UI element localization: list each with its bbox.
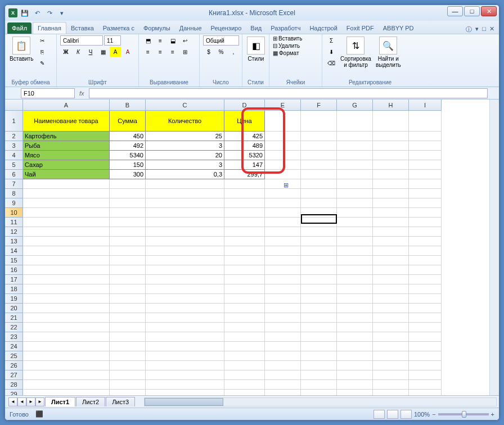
- cell[interactable]: [301, 380, 337, 390]
- cell[interactable]: [409, 313, 442, 323]
- cell[interactable]: [224, 284, 265, 294]
- cell[interactable]: [224, 256, 265, 265]
- row-header-23[interactable]: 23: [5, 332, 23, 342]
- tab-review[interactable]: Рецензиро: [206, 22, 246, 34]
- qa-undo-icon[interactable]: ↶: [32, 8, 42, 18]
- help-info-icon[interactable]: ⓘ: [466, 25, 472, 34]
- cell[interactable]: [265, 380, 301, 390]
- col-header-A[interactable]: A: [23, 100, 110, 111]
- cell[interactable]: [265, 141, 301, 151]
- cell[interactable]: [110, 256, 146, 265]
- row-header-27[interactable]: 27: [5, 370, 23, 380]
- cell[interactable]: [265, 351, 301, 361]
- cell[interactable]: [409, 361, 442, 370]
- cell[interactable]: [409, 246, 442, 256]
- cell[interactable]: [337, 179, 373, 189]
- cell[interactable]: [373, 246, 409, 256]
- col-header-I[interactable]: I: [409, 100, 442, 111]
- cell[interactable]: [373, 208, 409, 218]
- cell[interactable]: 492: [110, 141, 146, 151]
- doc-min-icon[interactable]: □: [482, 25, 486, 34]
- cell[interactable]: [265, 342, 301, 351]
- cell[interactable]: [224, 198, 265, 208]
- cell[interactable]: [373, 227, 409, 237]
- qa-save-icon[interactable]: 💾: [20, 8, 30, 18]
- zoom-slider[interactable]: [438, 413, 489, 415]
- cell[interactable]: [301, 313, 337, 323]
- view-break-button[interactable]: [400, 410, 412, 419]
- close-button[interactable]: ✕: [481, 6, 497, 16]
- cell[interactable]: [265, 179, 301, 189]
- cell[interactable]: [110, 380, 146, 390]
- cell[interactable]: [265, 111, 301, 132]
- cell[interactable]: [301, 170, 337, 179]
- cell[interactable]: [265, 160, 301, 170]
- cell[interactable]: [337, 351, 373, 361]
- cell[interactable]: [110, 294, 146, 304]
- col-header-E[interactable]: E: [265, 100, 301, 111]
- cell[interactable]: [224, 218, 265, 227]
- cell[interactable]: [146, 275, 224, 284]
- cell[interactable]: [23, 304, 110, 313]
- cell[interactable]: [23, 237, 110, 246]
- cell[interactable]: [146, 380, 224, 390]
- font-size-select[interactable]: [104, 35, 121, 46]
- cell[interactable]: [301, 160, 337, 170]
- cell[interactable]: [146, 227, 224, 237]
- cell[interactable]: [146, 370, 224, 380]
- cell[interactable]: [146, 189, 224, 198]
- cell[interactable]: 3: [146, 141, 224, 151]
- cell[interactable]: [409, 132, 442, 141]
- cell[interactable]: [265, 198, 301, 208]
- cell[interactable]: [23, 380, 110, 390]
- tab-data[interactable]: Данные: [175, 22, 206, 34]
- sheet-tab-2[interactable]: Лист2: [76, 397, 105, 406]
- cell[interactable]: [146, 179, 224, 189]
- align-right-button[interactable]: ≡: [167, 47, 178, 57]
- cell[interactable]: Сумма: [110, 111, 146, 132]
- italic-button[interactable]: К: [73, 47, 84, 57]
- cell[interactable]: [373, 198, 409, 208]
- cell[interactable]: [224, 294, 265, 304]
- cell[interactable]: [337, 198, 373, 208]
- tab-developer[interactable]: Разработч: [266, 22, 305, 34]
- tab-addins[interactable]: Надстрой: [305, 22, 341, 34]
- cell[interactable]: [265, 370, 301, 380]
- cell[interactable]: [265, 151, 301, 160]
- cell[interactable]: [373, 294, 409, 304]
- doc-close-icon[interactable]: ✕: [489, 25, 494, 34]
- autofill-options-icon[interactable]: ⊞: [284, 182, 291, 188]
- cell[interactable]: [224, 227, 265, 237]
- macro-record-icon[interactable]: ⬛: [35, 410, 43, 418]
- cell[interactable]: 300: [110, 170, 146, 179]
- cell[interactable]: [146, 246, 224, 256]
- cell[interactable]: 25: [146, 132, 224, 141]
- horizontal-scrollbar[interactable]: [144, 397, 497, 406]
- cell[interactable]: Мясо: [23, 151, 110, 160]
- cell[interactable]: [23, 323, 110, 332]
- align-center-button[interactable]: ≡: [155, 47, 166, 57]
- cell[interactable]: [265, 246, 301, 256]
- cell[interactable]: [301, 275, 337, 284]
- cell[interactable]: 450: [110, 132, 146, 141]
- cell[interactable]: [224, 313, 265, 323]
- cell[interactable]: [146, 284, 224, 294]
- cell[interactable]: [23, 275, 110, 284]
- cell[interactable]: [23, 313, 110, 323]
- cell[interactable]: [110, 275, 146, 284]
- align-left-button[interactable]: ≡: [142, 47, 154, 57]
- cell[interactable]: [301, 208, 337, 218]
- cell[interactable]: [373, 342, 409, 351]
- cell[interactable]: [373, 370, 409, 380]
- cell[interactable]: [409, 237, 442, 246]
- name-box[interactable]: F10: [21, 88, 75, 98]
- cell[interactable]: [337, 323, 373, 332]
- cell[interactable]: [373, 160, 409, 170]
- cell[interactable]: Картофель: [23, 132, 110, 141]
- cell[interactable]: [224, 342, 265, 351]
- cell[interactable]: [409, 342, 442, 351]
- cell[interactable]: [265, 284, 301, 294]
- cell[interactable]: [110, 179, 146, 189]
- spreadsheet-grid[interactable]: ABCDEFGHI 123456789101112131415161718192…: [5, 100, 499, 395]
- cell[interactable]: [409, 332, 442, 342]
